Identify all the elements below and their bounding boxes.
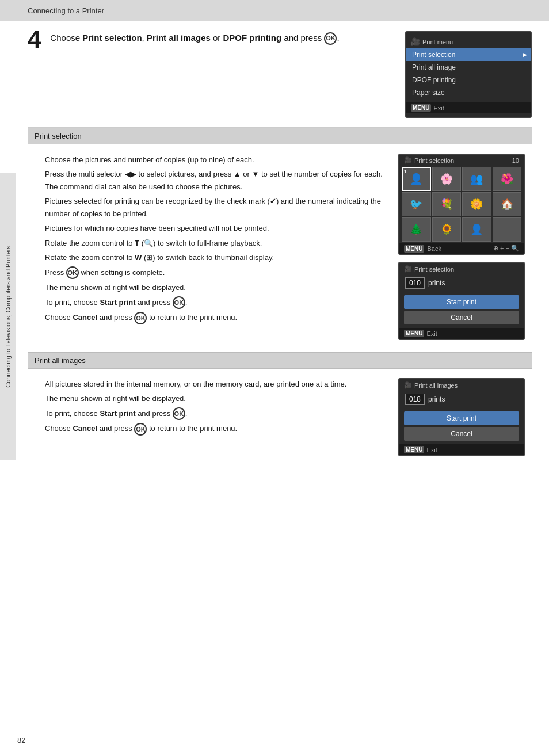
step4-suffix: and press [281, 33, 324, 43]
ts-back-label: Back [428, 245, 441, 252]
cs-cam-icon-ps: 🎥 [404, 265, 412, 273]
thumb-cell-7: 🌼 [462, 192, 491, 216]
print-selection-header: Print selection [28, 128, 532, 144]
ts-header: 🎥 Print selection 10 [399, 155, 524, 166]
cs-menu-key-ps: MENU [404, 330, 424, 337]
menu-item-dpof: DPOF printing [406, 74, 531, 86]
screen-title-bar: 🎥 Print menu [406, 36, 531, 48]
cs-header-ps: 🎥 Print selection [399, 263, 524, 275]
print-all-text: All pictures stored in the internal memo… [45, 378, 387, 456]
thumbnail-screen: 🎥 Print selection 10 1 👤 🌸 [398, 154, 525, 255]
pa-para4: Choose Cancel and press OK to return to … [45, 422, 387, 436]
thumb-cell-4: 🌺 [493, 167, 522, 191]
cs-start-btn-pa[interactable]: Start print [404, 411, 519, 425]
ps-para1: Choose the pictures and number of copies… [45, 154, 387, 166]
thumb-cell-2: 🌸 [432, 167, 462, 191]
cs-num-pa: 018 [405, 394, 425, 405]
menu-item-paper-size: Paper size [406, 86, 531, 99]
pa-para2: The menu shown at right will be displaye… [45, 392, 387, 404]
step4-bold1: Print selection [82, 33, 142, 43]
step4-text: Choose Print selection, Print all images… [50, 31, 394, 45]
ps-confirm-screen: 🎥 Print selection 010 prints Start print… [398, 262, 525, 340]
cs-prints-label-ps: prints [428, 279, 445, 287]
ok-btn-inline3: OK [134, 312, 147, 324]
main-content: 4 Choose Print selection, Print all imag… [16, 21, 549, 491]
print-menu-screen: 🎥 Print menu Print selection Print all i… [405, 31, 532, 118]
ok-symbol: OK [324, 32, 337, 45]
ok-btn-inline4: OK [173, 407, 185, 420]
ok-btn-inline2: OK [173, 296, 185, 309]
print-all-content: All pictures stored in the internal memo… [28, 369, 532, 468]
side-text-label: Connecting to Televisions, Computers and… [5, 246, 12, 388]
cs-footer-pa: MENU Exit [399, 444, 524, 455]
cs-cancel-btn-pa[interactable]: Cancel [404, 427, 519, 441]
copy-num-1: 1 [404, 169, 407, 174]
thumb-grid: 1 👤 🌸 👥 🌺 [399, 166, 524, 243]
cs-menu-key-pa: MENU [404, 446, 424, 453]
step4-bold2: Print all images [147, 33, 211, 43]
ts-count: 10 [512, 157, 519, 164]
ps-para6: Rotate the zoom control to W (⊞) to swit… [45, 251, 387, 264]
menu-item-print-selection: Print selection [406, 48, 531, 61]
ts-footer: MENU Back ⊕ + − 🔍 [399, 243, 524, 254]
ts-footer-left: MENU Back [404, 245, 441, 252]
print-menu-title: Print menu [422, 39, 453, 45]
menu-item-print-all: Print all image [406, 61, 531, 74]
ps-para5: Rotate the zoom control to T (🔍) to swit… [45, 237, 387, 249]
pa-para1: All pictures stored in the internal memo… [45, 378, 387, 390]
ps-para8: The menu shown at right will be displaye… [45, 281, 387, 293]
cs-cam-icon-pa: 🎥 [404, 381, 412, 389]
thumb-cell-8: 🏠 [493, 192, 522, 216]
cs-num-ps: 010 [405, 277, 425, 289]
thumb-cell-1: 1 👤 [402, 167, 431, 191]
side-text-bar: Connecting to Televisions, Computers and… [0, 173, 16, 460]
print-selection-screens: 🎥 Print selection 10 1 👤 🌸 [398, 154, 525, 340]
step4-mid1: , [142, 33, 147, 43]
ts-header-left: 🎥 Print selection [404, 156, 454, 164]
step4-row: 4 Choose Print selection, Print all imag… [28, 21, 532, 127]
cs-prints-row-pa: 018 prints [399, 391, 524, 410]
print-selection-text: Choose the pictures and number of copies… [45, 154, 387, 340]
step4-prefix: Choose [50, 33, 82, 43]
cs-cancel-btn-ps[interactable]: Cancel [404, 311, 519, 324]
print-all-section: Print all images All pictures stored in … [28, 352, 532, 468]
step4-mid2: or [211, 33, 223, 43]
thumb-cell-12 [493, 217, 522, 242]
step-number: 4 [28, 28, 41, 52]
ok-btn-inline1: OK [66, 266, 79, 279]
cs-title-pa: Print all images [414, 382, 458, 389]
ts-footer-icons: ⊕ + − 🔍 [493, 245, 519, 252]
thumb-cell-9: 🌲 [402, 217, 431, 242]
menu-key: MENU [411, 104, 431, 112]
thumb-cell-6: 💐 [432, 192, 462, 216]
thumb-cell-10: 🌻 [432, 217, 462, 242]
cs-header-pa: 🎥 Print all images [399, 379, 524, 391]
cs-exit-label-ps: Exit [426, 330, 437, 337]
cs-prints-label-pa: prints [428, 395, 445, 403]
pa-para3: To print, choose Start print and press O… [45, 407, 387, 421]
cs-prints-row-ps: 010 prints [399, 275, 524, 293]
ok-btn-inline5: OK [134, 423, 147, 436]
cs-start-btn-ps[interactable]: Start print [404, 295, 519, 309]
camera-icon: 🎥 [411, 37, 420, 46]
print-selection-section: Print selection Choose the pictures and … [28, 128, 532, 352]
ps-para9: To print, choose Start print and press O… [45, 296, 387, 310]
cs-title-ps: Print selection [414, 266, 454, 273]
top-bar-title: Connecting to a Printer [28, 6, 104, 15]
ps-para2: Press the multi selector ◀▶ to select pi… [45, 168, 387, 193]
step4-bold3: DPOF printing [223, 33, 282, 43]
thumb-cell-3: 👥 [462, 167, 491, 191]
cs-exit-label-pa: Exit [426, 446, 437, 453]
ps-para7: Press OK when setting is complete. [45, 266, 387, 280]
ts-cam-icon: 🎥 [404, 156, 412, 164]
ps-para4: Pictures for which no copies have been s… [45, 222, 387, 234]
print-menu-footer: MENU Exit [406, 102, 531, 113]
print-all-header: Print all images [28, 352, 532, 369]
ps-para3: Pictures selected for printing can be re… [45, 195, 387, 220]
ts-menu-key: MENU [404, 245, 424, 253]
top-bar: Connecting to a Printer [0, 0, 549, 21]
ts-title: Print selection [414, 157, 454, 164]
step4-right: 🎥 Print menu Print selection Print all i… [394, 31, 532, 118]
page-number: 82 [17, 736, 25, 744]
ps-para10: Choose Cancel and press OK to return to … [45, 311, 387, 324]
